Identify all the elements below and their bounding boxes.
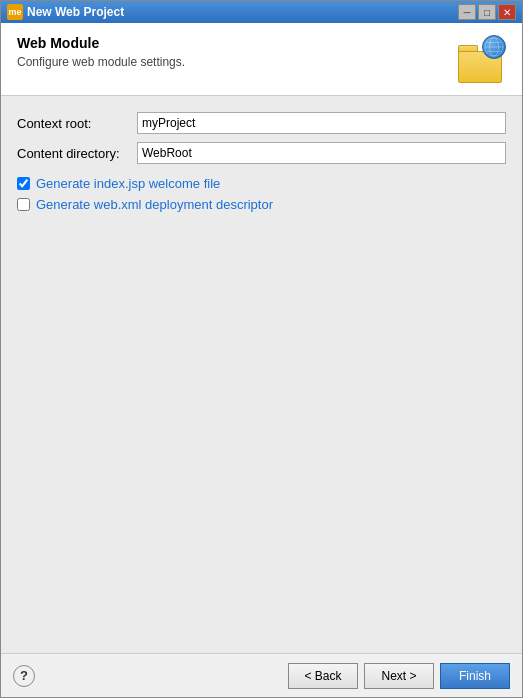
spacer [1,391,522,654]
header-icon [458,35,506,83]
app-icon: me [7,4,23,20]
content-directory-label: Content directory: [17,146,137,161]
header-section: Web Module Configure web module settings… [1,23,522,96]
window-title: New Web Project [27,5,458,19]
footer-left: ? [13,665,35,687]
globe-icon [482,35,506,59]
page-title: Web Module [17,35,185,51]
footer: ? < Back Next > Finish [1,653,522,697]
main-window: me New Web Project ─ □ ✕ Web Module Conf… [0,0,523,698]
generate-jsp-row: Generate index.jsp welcome file [17,176,506,191]
generate-jsp-checkbox[interactable] [17,177,30,190]
next-button[interactable]: Next > [364,663,434,689]
generate-jsp-label[interactable]: Generate index.jsp welcome file [36,176,220,191]
folder-globe-icon [458,35,506,83]
header-text: Web Module Configure web module settings… [17,35,185,69]
content-area: Web Module Configure web module settings… [1,23,522,697]
content-directory-input[interactable] [137,142,506,164]
context-root-row: Context root: [17,112,506,134]
maximize-button[interactable]: □ [478,4,496,20]
window-controls: ─ □ ✕ [458,4,516,20]
main-content: Context root: Content directory: Generat… [1,96,522,391]
minimize-button[interactable]: ─ [458,4,476,20]
close-button[interactable]: ✕ [498,4,516,20]
page-subtitle: Configure web module settings. [17,55,185,69]
checkboxes-section: Generate index.jsp welcome file Generate… [17,176,506,212]
generate-xml-label[interactable]: Generate web.xml deployment descriptor [36,197,273,212]
generate-xml-row: Generate web.xml deployment descriptor [17,197,506,212]
context-root-label: Context root: [17,116,137,131]
help-button[interactable]: ? [13,665,35,687]
back-button[interactable]: < Back [288,663,358,689]
globe-lines-svg [483,36,505,58]
finish-button[interactable]: Finish [440,663,510,689]
content-directory-row: Content directory: [17,142,506,164]
footer-right: < Back Next > Finish [288,663,510,689]
generate-xml-checkbox[interactable] [17,198,30,211]
context-root-input[interactable] [137,112,506,134]
title-bar: me New Web Project ─ □ ✕ [1,1,522,23]
